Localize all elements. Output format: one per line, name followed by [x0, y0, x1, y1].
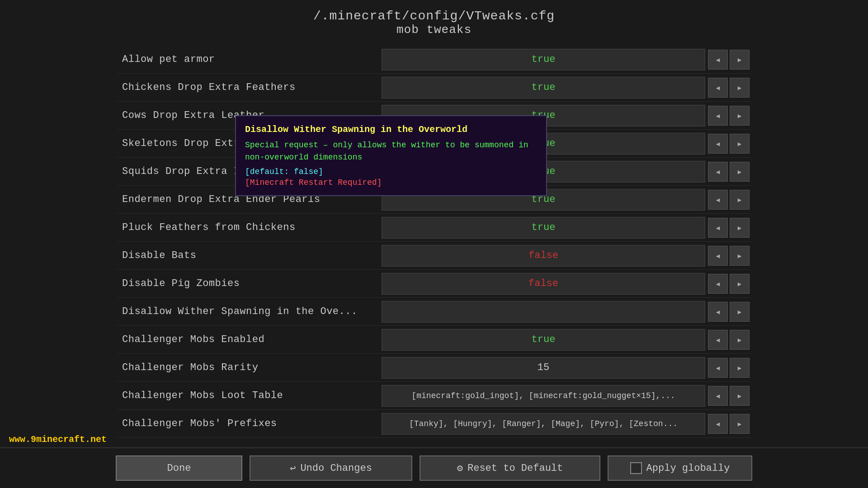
arrow-right-4[interactable] [730, 162, 750, 182]
arrow-right-6[interactable] [730, 218, 750, 238]
setting-label-10: Challenger Mobs Enabled [118, 334, 380, 345]
arrow-right-icon [738, 251, 741, 260]
setting-row-8: Disable Pig Zombiesfalse [118, 270, 750, 298]
setting-row-0: Allow pet armortrue [118, 46, 750, 74]
arrow-left-icon [716, 307, 720, 316]
setting-row-9: Disallow Wither Spawning in the Ove... [118, 298, 750, 326]
setting-label-6: Pluck Feathers from Chickens [118, 222, 380, 233]
setting-value-6[interactable]: true [382, 217, 705, 239]
arrow-left-1[interactable] [708, 78, 728, 98]
setting-row-10: Challenger Mobs Enabledtrue [118, 326, 750, 354]
setting-row-11: Challenger Mobs Rarity15 [118, 354, 750, 382]
arrow-right-icon [738, 111, 741, 120]
setting-row-13: Challenger Mobs' Prefixes[Tanky], [Hungr… [118, 410, 750, 438]
setting-label-1: Chickens Drop Extra Feathers [118, 82, 380, 93]
done-button[interactable]: Done [116, 455, 242, 481]
arrow-right-icon [738, 335, 741, 344]
arrow-left-3[interactable] [708, 134, 728, 154]
arrow-left-2[interactable] [708, 106, 728, 126]
watermark: www.9minecraft.net [9, 434, 107, 445]
arrow-left-icon [716, 111, 720, 120]
arrow-left-icon [716, 363, 720, 372]
setting-label-0: Allow pet armor [118, 54, 380, 65]
arrow-right-icon [738, 167, 741, 176]
arrow-right-icon [738, 391, 741, 400]
undo-button[interactable]: Undo Changes [250, 455, 412, 481]
arrow-right-icon [738, 139, 741, 148]
setting-value-0[interactable]: true [382, 49, 705, 70]
setting-value-1[interactable]: true [382, 77, 705, 99]
setting-label-7: Disable Bats [118, 250, 380, 261]
setting-value-12[interactable]: [minecraft:gold_ingot], [minecraft:gold_… [382, 385, 705, 407]
apply-button[interactable]: Apply globally [608, 455, 752, 481]
setting-label-9: Disallow Wither Spawning in the Ove... [118, 306, 380, 317]
arrow-left-11[interactable] [708, 358, 728, 378]
arrow-right-3[interactable] [730, 134, 750, 154]
tooltip-restart: [Minecraft Restart Required] [245, 178, 537, 187]
arrow-right-icon [738, 223, 741, 232]
tooltip-default: [default: false] [245, 167, 537, 176]
arrow-left-icon [716, 251, 720, 260]
arrow-left-icon [716, 55, 720, 64]
arrow-left-icon [716, 83, 720, 92]
arrow-left-icon [716, 335, 720, 344]
arrow-right-icon [738, 363, 741, 372]
arrow-right-2[interactable] [730, 106, 750, 126]
arrow-right-0[interactable] [730, 50, 750, 70]
config-path: /.minecraft/config/VTweaks.cfg [0, 9, 868, 23]
arrow-left-7[interactable] [708, 246, 728, 266]
arrow-left-icon [716, 195, 720, 204]
reset-icon [457, 462, 463, 474]
arrow-left-icon [716, 279, 720, 288]
setting-row-12: Challenger Mobs Loot Table[minecraft:gol… [118, 382, 750, 410]
setting-value-7[interactable]: false [382, 245, 705, 267]
arrow-right-9[interactable] [730, 302, 750, 322]
setting-value-11[interactable]: 15 [382, 357, 705, 379]
arrow-left-4[interactable] [708, 162, 728, 182]
arrow-left-icon [716, 419, 720, 428]
setting-row-7: Disable Batsfalse [118, 242, 750, 270]
arrow-left-13[interactable] [708, 414, 728, 434]
setting-value-8[interactable]: false [382, 273, 705, 295]
tooltip-title: Disallow Wither Spawning in the Overworl… [245, 124, 537, 135]
arrow-right-icon [738, 279, 741, 288]
arrow-right-8[interactable] [730, 274, 750, 294]
arrow-left-icon [716, 391, 720, 400]
header: /.minecraft/config/VTweaks.cfg mob tweak… [0, 0, 868, 41]
arrow-left-5[interactable] [708, 190, 728, 210]
arrow-right-13[interactable] [730, 414, 750, 434]
undo-icon [290, 462, 296, 474]
arrow-left-icon [716, 167, 720, 176]
arrow-left-8[interactable] [708, 274, 728, 294]
reset-button[interactable]: Reset to Default [420, 455, 600, 481]
arrow-right-12[interactable] [730, 386, 750, 406]
arrow-left-icon [716, 139, 720, 148]
tooltip-description: Special request – only allows the wither… [245, 139, 537, 164]
setting-row-6: Pluck Feathers from Chickenstrue [118, 214, 750, 242]
apply-checkbox[interactable] [630, 462, 642, 474]
arrow-left-6[interactable] [708, 218, 728, 238]
arrow-right-icon [738, 55, 741, 64]
setting-value-13[interactable]: [Tanky], [Hungry], [Ranger], [Mage], [Py… [382, 413, 705, 435]
setting-row-1: Chickens Drop Extra Featherstrue [118, 74, 750, 102]
arrow-right-7[interactable] [730, 246, 750, 266]
arrow-left-12[interactable] [708, 386, 728, 406]
section-title: mob tweaks [0, 23, 868, 37]
setting-value-10[interactable]: true [382, 329, 705, 351]
arrow-right-5[interactable] [730, 190, 750, 210]
arrow-right-1[interactable] [730, 78, 750, 98]
setting-label-8: Disable Pig Zombies [118, 278, 380, 289]
arrow-left-10[interactable] [708, 330, 728, 350]
arrow-left-9[interactable] [708, 302, 728, 322]
setting-label-13: Challenger Mobs' Prefixes [118, 418, 380, 429]
bottom-bar: Done Undo Changes Reset to Default Apply… [0, 447, 868, 488]
arrow-left-icon [716, 223, 720, 232]
arrow-right-11[interactable] [730, 358, 750, 378]
arrow-right-icon [738, 419, 741, 428]
setting-value-9[interactable] [382, 301, 705, 323]
arrow-right-10[interactable] [730, 330, 750, 350]
arrow-right-icon [738, 83, 741, 92]
arrow-right-icon [738, 307, 741, 316]
arrow-left-0[interactable] [708, 50, 728, 70]
settings-list: Allow pet armortrueChickens Drop Extra F… [118, 46, 750, 438]
